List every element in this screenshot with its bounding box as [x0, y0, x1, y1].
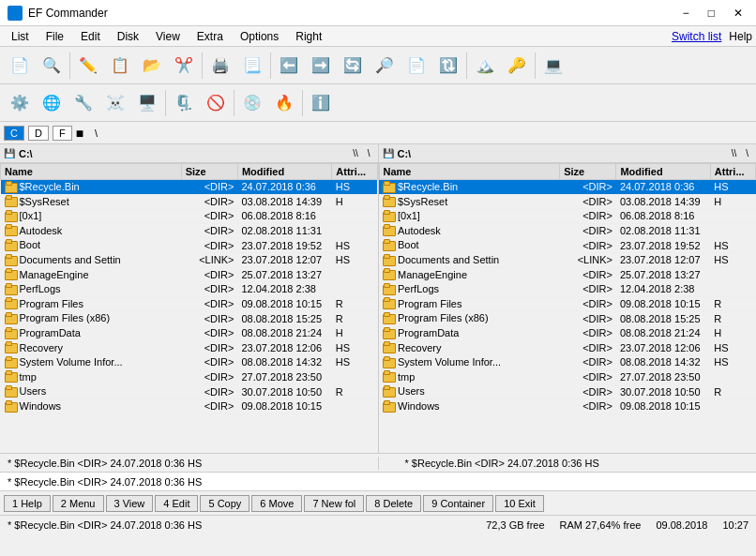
- new-file-button[interactable]: 📄: [5, 51, 35, 81]
- edit-button[interactable]: ✏️: [73, 51, 103, 81]
- menu-file[interactable]: File: [38, 28, 71, 45]
- terminal-button[interactable]: 💻: [538, 51, 568, 81]
- doc-button[interactable]: 📃: [237, 51, 267, 81]
- left-panel-up[interactable]: \: [364, 147, 374, 159]
- list-item[interactable]: Windows<DIR>09.08.2018 10:15: [1, 398, 378, 413]
- skull-button[interactable]: ☠️: [100, 88, 130, 118]
- list-item[interactable]: Windows<DIR>09.08.2018 10:15: [379, 398, 756, 413]
- list-item[interactable]: Users<DIR>30.07.2018 10:50R: [379, 384, 756, 399]
- list-item[interactable]: tmp<DIR>27.07.2018 23:50: [379, 369, 756, 384]
- sync-button[interactable]: 🔃: [433, 51, 463, 81]
- list-item[interactable]: [0x1]<DIR>06.08.2018 8:16: [379, 209, 756, 224]
- switch-list-link[interactable]: Switch list: [672, 30, 721, 43]
- list-item[interactable]: ProgramData<DIR>08.08.2018 21:24H: [379, 325, 756, 340]
- copy-button[interactable]: 📋: [105, 51, 135, 81]
- move-button[interactable]: 📂: [137, 51, 167, 81]
- left-col-attr[interactable]: Attri...: [332, 164, 377, 180]
- list-item[interactable]: Program Files (x86)<DIR>08.08.2018 15:25…: [1, 311, 378, 326]
- fn-button-7[interactable]: 7 New fol: [304, 495, 364, 512]
- drive-d-button[interactable]: D: [28, 126, 49, 141]
- drive-f-button[interactable]: F: [53, 126, 72, 141]
- left-panel-path[interactable]: C:\: [19, 148, 33, 159]
- menu-options[interactable]: Options: [233, 28, 286, 45]
- settings-button[interactable]: ⚙️: [5, 88, 35, 118]
- minimize-button[interactable]: −: [677, 5, 695, 22]
- menu-right[interactable]: Right: [288, 28, 329, 45]
- menu-edit[interactable]: Edit: [73, 28, 108, 45]
- fn-button-1[interactable]: 1 Help: [4, 495, 51, 512]
- list-item[interactable]: Program Files (x86)<DIR>08.08.2018 15:25…: [379, 311, 756, 326]
- list-item[interactable]: Recovery<DIR>23.07.2018 12:06HS: [1, 340, 378, 355]
- list-item[interactable]: $SysReset<DIR>03.08.2018 14:39H: [1, 194, 378, 209]
- print-button[interactable]: 🖨️: [205, 51, 235, 81]
- list-item[interactable]: Documents and Settin<LINK>23.07.2018 12:…: [1, 252, 378, 267]
- right-col-name[interactable]: Name: [379, 164, 560, 180]
- list-item[interactable]: Program Files<DIR>09.08.2018 10:15R: [1, 296, 378, 311]
- tools-button[interactable]: 🔧: [68, 88, 98, 118]
- list-item[interactable]: ManageEngine<DIR>25.07.2018 13:27: [379, 267, 756, 282]
- fn-button-10[interactable]: 10 Exit: [495, 495, 544, 512]
- fn-button-2[interactable]: 2 Menu: [53, 495, 104, 512]
- list-item[interactable]: [0x1]<DIR>06.08.2018 8:16: [1, 209, 378, 224]
- folder-up-icon[interactable]: ■: [76, 126, 83, 141]
- list-item[interactable]: PerfLogs<DIR>12.04.2018 2:38: [379, 282, 756, 297]
- list-item[interactable]: Boot<DIR>23.07.2018 19:52HS: [1, 238, 378, 253]
- maximize-button[interactable]: □: [703, 5, 720, 22]
- fn-button-3[interactable]: 3 View: [106, 495, 154, 512]
- archive-button[interactable]: 🏔️: [470, 51, 500, 81]
- menu-disk[interactable]: Disk: [110, 28, 146, 45]
- fn-button-5[interactable]: 5 Copy: [200, 495, 249, 512]
- menu-view[interactable]: View: [148, 28, 188, 45]
- list-item[interactable]: Boot<DIR>23.07.2018 19:52HS: [379, 238, 756, 253]
- right-panel-up[interactable]: \: [742, 147, 752, 159]
- list-item[interactable]: $Recycle.Bin<DIR>24.07.2018 0:36HS: [379, 180, 756, 195]
- zip-button[interactable]: 🗜️: [169, 88, 199, 118]
- left-col-name[interactable]: Name: [1, 164, 182, 180]
- list-item[interactable]: tmp<DIR>27.07.2018 23:50: [1, 369, 378, 384]
- list-item[interactable]: $SysReset<DIR>03.08.2018 14:39H: [379, 194, 756, 209]
- right-panel-path[interactable]: C:\: [398, 148, 412, 159]
- fn-button-8[interactable]: 8 Delete: [366, 495, 421, 512]
- list-item[interactable]: ManageEngine<DIR>25.07.2018 13:27: [1, 267, 378, 282]
- help-link[interactable]: Help: [729, 30, 752, 43]
- list-item[interactable]: Recovery<DIR>23.07.2018 12:06HS: [379, 340, 756, 355]
- refresh-button[interactable]: 🔄: [338, 51, 368, 81]
- fn-button-6[interactable]: 6 Move: [251, 495, 302, 512]
- monitor-button[interactable]: 🖥️: [132, 88, 162, 118]
- forward-button[interactable]: ➡️: [306, 51, 336, 81]
- left-col-modified[interactable]: Modified: [237, 164, 331, 180]
- info-button[interactable]: 📄: [401, 51, 431, 81]
- list-item[interactable]: Autodesk<DIR>02.08.2018 11:31: [379, 223, 756, 238]
- burn-button[interactable]: 🔥: [269, 88, 299, 118]
- right-panel-bookmark[interactable]: \\: [728, 147, 741, 159]
- list-item[interactable]: System Volume Infor...<DIR>08.08.2018 14…: [379, 355, 756, 370]
- left-panel-bookmark[interactable]: \\: [349, 147, 362, 159]
- extract-button[interactable]: 🔑: [502, 51, 532, 81]
- list-item[interactable]: $Recycle.Bin<DIR>24.07.2018 0:36HS: [1, 180, 378, 195]
- menu-extra[interactable]: Extra: [189, 28, 231, 45]
- right-col-attr[interactable]: Attri...: [710, 164, 755, 180]
- list-item[interactable]: System Volume Infor...<DIR>08.08.2018 14…: [1, 355, 378, 370]
- right-col-modified[interactable]: Modified: [616, 164, 710, 180]
- left-col-size[interactable]: Size: [181, 164, 237, 180]
- nozip-button[interactable]: 🚫: [201, 88, 231, 118]
- menu-list[interactable]: List: [4, 28, 37, 45]
- find-button[interactable]: 🔎: [370, 51, 400, 81]
- fn-button-9[interactable]: 9 Container: [423, 495, 493, 512]
- list-item[interactable]: ProgramData<DIR>08.08.2018 21:24H: [1, 325, 378, 340]
- network-button[interactable]: 🌐: [37, 88, 67, 118]
- list-item[interactable]: Autodesk<DIR>02.08.2018 11:31: [1, 223, 378, 238]
- drive-c-button[interactable]: C: [4, 126, 24, 141]
- right-col-size[interactable]: Size: [560, 164, 616, 180]
- back-button[interactable]: ⬅️: [274, 51, 304, 81]
- search-button[interactable]: 🔍: [37, 51, 67, 81]
- info2-button[interactable]: ℹ️: [306, 88, 336, 118]
- list-item[interactable]: PerfLogs<DIR>12.04.2018 2:38: [1, 282, 378, 297]
- cd-button[interactable]: 💿: [237, 88, 267, 118]
- fn-button-4[interactable]: 4 Edit: [155, 495, 198, 512]
- list-item[interactable]: Documents and Settin<LINK>23.07.2018 12:…: [379, 252, 756, 267]
- list-item[interactable]: Program Files<DIR>09.08.2018 10:15R: [379, 296, 756, 311]
- close-button[interactable]: ✕: [728, 5, 748, 22]
- delete-button[interactable]: ✂️: [169, 51, 199, 81]
- list-item[interactable]: Users<DIR>30.07.2018 10:50R: [1, 384, 378, 399]
